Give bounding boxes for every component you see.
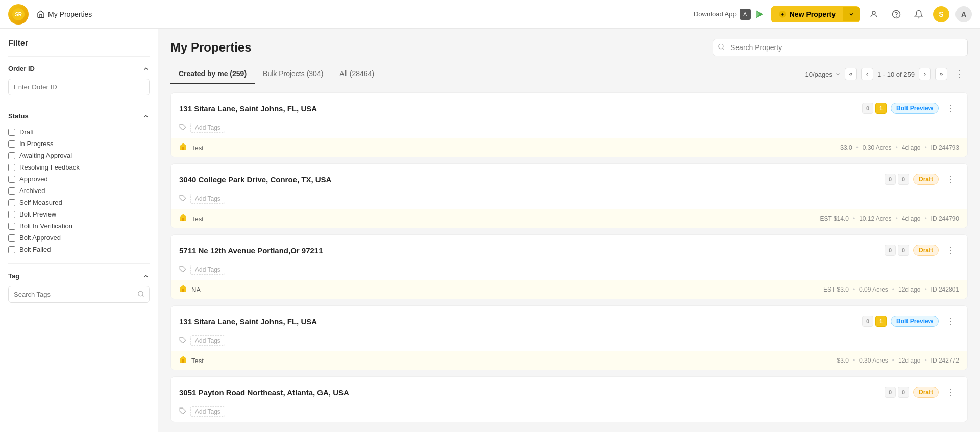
checkbox-bolt-failed[interactable]	[8, 246, 15, 253]
property-time: 12d ago	[898, 286, 920, 293]
checkbox-bolt-preview[interactable]	[8, 211, 15, 218]
status-chevron-up-icon	[142, 113, 150, 120]
tag-chevron-up-icon	[142, 273, 150, 280]
layout: Filter Order ID Status Draft	[0, 29, 980, 432]
property-more-button[interactable]: ⋮	[943, 100, 959, 116]
checkbox-bolt-in-verification[interactable]	[8, 223, 15, 230]
property-type: NA	[191, 286, 201, 294]
status-header[interactable]: Status	[8, 110, 150, 122]
table-more-button[interactable]: ⋮	[951, 66, 968, 82]
notifications-icon-button[interactable]	[911, 6, 927, 22]
order-id-header[interactable]: Order ID	[8, 63, 150, 75]
help-icon-button[interactable]	[888, 6, 904, 22]
status-badge: Draft	[913, 387, 939, 398]
download-app[interactable]: Download App A	[694, 9, 765, 20]
search-property-input[interactable]	[713, 39, 968, 56]
status-checkbox-in-progress[interactable]: In Progress	[8, 138, 150, 150]
property-address[interactable]: 5711 Ne 12th Avenue Portland,Or 97211	[179, 246, 323, 255]
status-checkbox-approved[interactable]: Approved	[8, 173, 150, 185]
pages-chevron-icon	[835, 71, 841, 77]
checkbox-label-in-progress: In Progress	[19, 140, 53, 148]
tab-bulk-projects[interactable]: Bulk Projects (304)	[255, 64, 331, 84]
plus-icon	[778, 10, 787, 18]
checkbox-awaiting-approval[interactable]	[8, 152, 15, 159]
checkbox-draft[interactable]	[8, 129, 15, 136]
property-time: 12d ago	[898, 357, 920, 364]
status-badge: Bolt Preview	[891, 103, 939, 114]
checkbox-resolving-feedback[interactable]	[8, 164, 15, 171]
property-time: 4d ago	[902, 215, 921, 222]
new-property-dropdown-arrow[interactable]	[843, 7, 860, 21]
order-id-label: Order ID	[8, 65, 35, 73]
download-app-label: Download App	[694, 10, 737, 18]
status-checkbox-bolt-approved[interactable]: Bolt Approved	[8, 232, 150, 244]
property-more-button[interactable]: ⋮	[943, 313, 959, 329]
status-checkbox-bolt-in-verification[interactable]: Bolt In Verification	[8, 220, 150, 232]
new-property-button[interactable]: New Property	[771, 6, 860, 22]
user-icon	[869, 10, 878, 19]
counter-badges: 0 0	[885, 387, 909, 398]
property-acres: 10.12 Acres	[859, 215, 891, 222]
pages-select[interactable]: 10/pages	[805, 70, 841, 78]
property-price: $3.0	[840, 144, 852, 151]
status-checkbox-resolving-feedback[interactable]: Resolving Feedback	[8, 161, 150, 173]
chevron-up-icon	[142, 65, 150, 73]
property-more-button[interactable]: ⋮	[943, 384, 959, 400]
property-address[interactable]: 3051 Payton Road Northeast, Atlanta, GA,…	[179, 388, 349, 397]
property-acres: 0.09 Acres	[859, 286, 888, 293]
property-card-bottom: Test $3.0• 0.30 Acres• 12d ago• ID 24277…	[171, 351, 967, 370]
checkbox-approved[interactable]	[8, 176, 15, 183]
apple-store-icon: A	[740, 9, 751, 20]
status-checkbox-bolt-failed[interactable]: Bolt Failed	[8, 244, 150, 255]
nav-my-properties[interactable]: My Properties	[37, 10, 92, 18]
property-more-button[interactable]: ⋮	[943, 171, 959, 187]
user-avatar-s[interactable]: S	[933, 6, 949, 22]
search-property-wrap	[713, 39, 968, 56]
pagination-last-button[interactable]	[935, 68, 947, 80]
status-checkbox-self-measured[interactable]: Self Measured	[8, 197, 150, 208]
tag-header[interactable]: Tag	[8, 270, 150, 282]
tab-all[interactable]: All (28464)	[331, 64, 382, 84]
checkbox-archived[interactable]	[8, 187, 15, 195]
logo[interactable]: SR	[8, 4, 29, 25]
tag-search-input[interactable]	[8, 286, 150, 303]
add-tags-button[interactable]: Add Tags	[190, 265, 225, 275]
counter-badge-1: 0	[862, 103, 873, 114]
checkbox-bolt-approved[interactable]	[8, 234, 15, 242]
user-icon-button[interactable]	[866, 6, 882, 22]
property-bottom-left: Test	[179, 213, 204, 224]
counter-badges: 0 1	[862, 316, 887, 327]
status-checkbox-archived[interactable]: Archived	[8, 185, 150, 197]
checkbox-self-measured[interactable]	[8, 199, 15, 206]
counter-badge-1: 0	[885, 245, 896, 256]
property-address[interactable]: 131 Sitara Lane, Saint Johns, FL, USA	[179, 317, 317, 326]
pagination-prev-button[interactable]	[861, 68, 873, 80]
add-tags-button[interactable]: Add Tags	[190, 123, 225, 133]
tab-created-by-me[interactable]: Created by me (259)	[170, 64, 255, 84]
order-id-input[interactable]	[8, 79, 150, 95]
property-address[interactable]: 131 Sitara Lane, Saint Johns, FL, USA	[179, 104, 317, 113]
checkbox-label-bolt-preview: Bolt Preview	[19, 210, 56, 218]
tags-row: Add Tags	[171, 191, 967, 209]
status-checkbox-draft[interactable]: Draft	[8, 126, 150, 138]
counter-badge-2: 1	[875, 103, 887, 114]
add-tags-button[interactable]: Add Tags	[190, 406, 225, 417]
tags-row: Add Tags	[171, 404, 967, 422]
property-card-top-right: 0 0 Draft ⋮	[885, 242, 959, 258]
property-card-top-right: 0 1 Bolt Preview ⋮	[862, 100, 959, 116]
counter-badge-2: 0	[898, 387, 909, 398]
add-tags-button[interactable]: Add Tags	[190, 194, 225, 204]
checkbox-in-progress[interactable]	[8, 140, 15, 148]
pagination-next-button[interactable]	[919, 68, 931, 80]
property-more-button[interactable]: ⋮	[943, 242, 959, 258]
property-home-icon	[179, 284, 187, 295]
status-checkbox-awaiting-approval[interactable]: Awaiting Approval	[8, 150, 150, 161]
property-bottom-left: NA	[179, 284, 201, 295]
property-card-top: 131 Sitara Lane, Saint Johns, FL, USA 0 …	[171, 93, 967, 121]
status-checkbox-bolt-preview[interactable]: Bolt Preview	[8, 208, 150, 220]
sidebar: Filter Order ID Status Draft	[0, 29, 158, 432]
add-tags-button[interactable]: Add Tags	[190, 335, 225, 346]
pagination-first-button[interactable]	[845, 68, 857, 80]
property-address[interactable]: 3040 College Park Drive, Conroe, TX, USA	[179, 175, 331, 184]
user-avatar-a[interactable]: A	[955, 6, 972, 22]
